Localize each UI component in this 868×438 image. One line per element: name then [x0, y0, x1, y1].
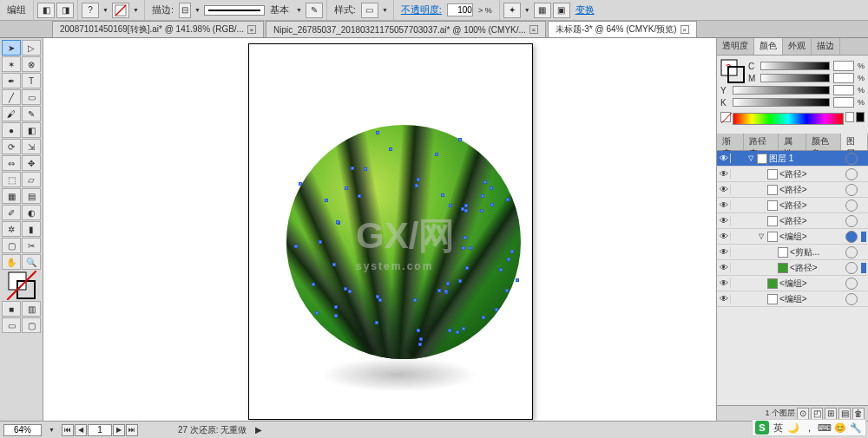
target-icon[interactable] [845, 184, 858, 196]
visibility-icon[interactable]: 👁 [717, 216, 731, 226]
target-icon[interactable] [845, 262, 858, 274]
recolor-icon[interactable]: ✦ [503, 3, 521, 18]
line-tool[interactable]: ╱ [2, 89, 21, 105]
brush-icon[interactable]: ✎ [306, 3, 323, 18]
fill-stroke-control[interactable] [2, 271, 41, 300]
color-value-input[interactable] [833, 85, 854, 95]
scale-tool[interactable]: ⇲ [22, 139, 41, 154]
blob-brush-tool[interactable]: ● [2, 122, 21, 138]
panel-tab[interactable]: 外观 [783, 38, 812, 55]
none-color-icon[interactable] [720, 112, 731, 122]
anchor-handle[interactable] [449, 204, 452, 207]
layer-row[interactable]: 👁<路径> [717, 167, 868, 182]
slice-tool[interactable]: ✂ [22, 238, 41, 253]
panel-tab[interactable]: 路径查 [744, 134, 779, 150]
visibility-icon[interactable]: 👁 [717, 232, 731, 241]
shape-builder-tool[interactable]: ⬚ [2, 172, 21, 187]
target-icon[interactable] [845, 168, 858, 180]
layer-row[interactable]: 👁<路径> [717, 260, 868, 276]
anchor-handle[interactable] [495, 308, 498, 311]
anchor-handle[interactable] [441, 193, 444, 197]
fill-color-icon[interactable]: ■ [2, 301, 21, 317]
anchor-handle[interactable] [456, 330, 459, 334]
visibility-icon[interactable]: 👁 [717, 247, 731, 257]
next-page-button[interactable]: ▶ [113, 424, 125, 436]
panel-tab[interactable]: 图层 [841, 134, 868, 150]
anchor-handle[interactable] [482, 316, 485, 319]
visibility-icon[interactable]: 👁 [717, 154, 731, 163]
transform-link[interactable]: 变换 [572, 3, 598, 16]
anchor-handle[interactable] [418, 343, 422, 346]
delete-layer-icon[interactable]: 🗑 [852, 408, 865, 420]
anchor-handle[interactable] [462, 327, 465, 330]
anchor-handle[interactable] [464, 209, 468, 212]
close-icon[interactable]: × [529, 25, 538, 34]
anchor-handle[interactable] [294, 245, 298, 248]
layer-row[interactable]: 👁<编组> [717, 291, 868, 307]
fill-stroke-proxy-icon[interactable]: ? [720, 59, 745, 83]
anchor-handle[interactable] [446, 282, 450, 285]
color-slider[interactable] [733, 98, 830, 107]
close-icon[interactable]: × [247, 25, 256, 34]
anchor-handle[interactable] [375, 321, 378, 324]
canvas[interactable]: GX/网system.com [43, 38, 716, 421]
layer-row[interactable]: 👁▽<编组> [717, 229, 868, 245]
ime-punct-icon[interactable]: ， [802, 421, 816, 435]
visibility-icon[interactable]: 👁 [717, 200, 731, 210]
anchor-handle[interactable] [315, 311, 319, 315]
selection-tool[interactable]: ➤ [2, 40, 21, 56]
anchor-handle[interactable] [483, 180, 487, 184]
anchor-handle[interactable] [506, 198, 510, 201]
pen-tool[interactable]: ✒ [2, 73, 21, 88]
document-tab[interactable]: 20087101450169[转换].ai* @ 141.98% (RGB/..… [52, 21, 264, 37]
anchor-handle[interactable] [437, 289, 441, 292]
anchor-handle[interactable] [464, 204, 468, 207]
anchor-handle[interactable] [332, 263, 336, 266]
layer-row[interactable]: 👁▽图层 1 [717, 151, 868, 167]
anchor-handle[interactable] [358, 194, 361, 198]
fill-gradient-icon[interactable]: ▥ [22, 301, 41, 317]
gradient-tool[interactable]: ▤ [22, 188, 41, 204]
ime-logo-icon[interactable]: S [755, 421, 769, 435]
panel-tab[interactable]: 颜色参 [806, 134, 841, 150]
color-slider[interactable] [733, 86, 830, 95]
stroke-weight-stepper[interactable]: ⊟ [179, 3, 191, 18]
anchor-handle[interactable] [480, 209, 483, 212]
panel-tab[interactable]: 描边 [812, 38, 840, 55]
status-arrow-icon[interactable]: ▶ [255, 425, 262, 435]
visibility-icon[interactable]: 👁 [717, 278, 731, 288]
isolate-icon[interactable]: ▣ [553, 3, 570, 18]
chevron-down-icon[interactable]: ▼ [193, 7, 202, 13]
align-icon[interactable]: ▦ [534, 3, 551, 18]
rectangle-tool[interactable]: ▭ [22, 89, 41, 105]
anchor-handle[interactable] [444, 290, 448, 293]
color-value-input[interactable] [833, 97, 854, 108]
anchor-handle[interactable] [448, 329, 451, 332]
white-swatch-icon[interactable] [845, 112, 854, 122]
free-transform-tool[interactable]: ✥ [22, 155, 41, 171]
opacity-input[interactable] [447, 3, 473, 16]
new-layer-icon[interactable]: ▤ [838, 408, 851, 420]
anchor-handle[interactable] [413, 298, 417, 302]
anchor-handle[interactable] [507, 258, 510, 261]
anchor-handle[interactable] [376, 295, 379, 298]
color-slider[interactable] [760, 62, 830, 70]
align-pixel-icon[interactable]: ◧ [37, 3, 55, 18]
mesh-tool[interactable]: ▦ [2, 188, 21, 204]
opacity-label[interactable]: 不透明度: [398, 3, 445, 16]
panel-tab[interactable]: 渐变 [717, 134, 744, 150]
expand-toggle-icon[interactable]: ▽ [746, 154, 755, 162]
anchor-handle[interactable] [345, 186, 348, 190]
anchor-handle[interactable] [351, 167, 354, 170]
locate-object-icon[interactable]: ⊙ [797, 408, 809, 420]
chevron-down-icon[interactable]: ▼ [131, 7, 141, 13]
anchor-handle[interactable] [417, 329, 420, 332]
artboard-tool[interactable]: ▢ [2, 238, 21, 253]
prev-page-button[interactable]: ◀ [75, 424, 87, 436]
page-input[interactable] [88, 424, 112, 436]
make-clipping-icon[interactable]: ◰ [811, 408, 823, 420]
visibility-icon[interactable]: 👁 [717, 294, 731, 304]
anchor-handle[interactable] [319, 240, 322, 244]
document-tab[interactable]: 未标题-3* @ 64% (CMYK/预览)× [548, 21, 697, 37]
panel-tab[interactable]: 透明度 [717, 38, 754, 55]
